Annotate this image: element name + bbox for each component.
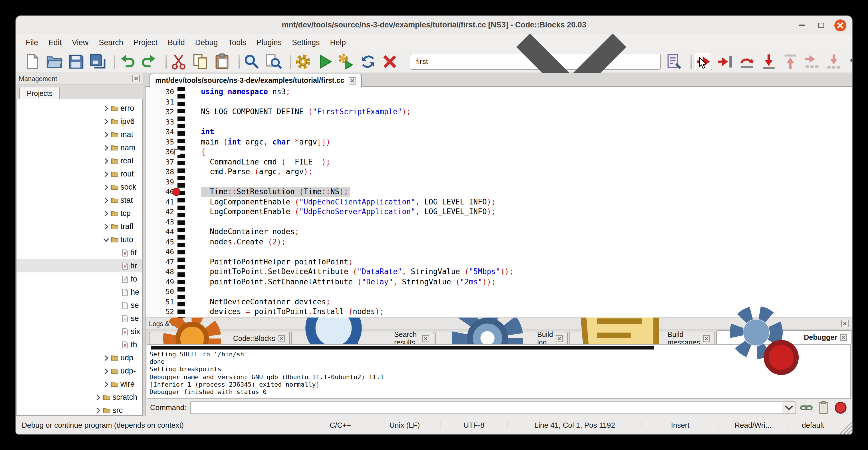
menu-build[interactable]: Build — [163, 36, 190, 48]
chevron-right-icon[interactable] — [102, 104, 110, 112]
line-number[interactable]: 39 — [146, 177, 174, 187]
line-number[interactable]: 49 — [146, 277, 174, 287]
command-dropdown-button[interactable] — [782, 402, 796, 413]
tree-item-rout[interactable]: rout — [17, 167, 142, 180]
tree-item-scratch[interactable]: scratch — [17, 391, 142, 404]
line-number[interactable]: 47 — [146, 257, 174, 267]
titlebar[interactable]: mnt/dev/tools/source/ns-3-dev/examples/t… — [16, 16, 852, 34]
menu-file[interactable]: File — [21, 36, 43, 48]
line-number[interactable]: 38 — [146, 167, 174, 177]
line-number[interactable]: 45 — [146, 237, 174, 247]
logs-tab-build-log[interactable]: Build log — [435, 332, 568, 344]
close-management-button[interactable] — [132, 75, 140, 82]
close-tab-button[interactable] — [556, 335, 563, 342]
code-line-31[interactable]: 31 — [146, 97, 852, 107]
stop-debugger-button[interactable] — [834, 400, 847, 414]
logs-tab-debugger[interactable]: Debugger — [716, 330, 852, 344]
chevron-right-icon[interactable] — [102, 170, 110, 178]
chevron-down-icon[interactable] — [102, 236, 110, 244]
code-line-50[interactable]: 50 — [146, 287, 852, 297]
code-line-49[interactable]: 49 pointToPoint.SetChannelAttribute ("De… — [146, 277, 852, 287]
code-line-32[interactable]: 32NS_LOG_COMPONENT_DEFINE ("FirstScriptE… — [146, 107, 852, 117]
chevron-right-icon[interactable] — [102, 354, 110, 362]
tree-item-src[interactable]: src — [17, 404, 142, 416]
close-tab-button[interactable] — [840, 334, 847, 341]
code-line-36[interactable]: 36−{ — [146, 147, 852, 157]
code-line-30[interactable]: 30using namespace ns3; — [146, 87, 852, 97]
copy-log-button[interactable] — [817, 400, 830, 414]
code-line-37[interactable]: 37 CommandLine cmd (__FILE__); — [146, 157, 852, 167]
code-line-47[interactable]: 47 PointToPointHelper pointToPoint; — [146, 257, 852, 267]
panel-splitter[interactable] — [143, 73, 145, 416]
code-line-38[interactable]: 38 cmd.Parse (argc, argv); — [146, 167, 852, 177]
code-line-48[interactable]: 48 pointToPoint.SetDeviceAttribute ("Dat… — [146, 267, 852, 277]
tree-item-tcp[interactable]: tcp — [17, 207, 142, 220]
line-number[interactable]: 41 — [146, 197, 174, 207]
build-target-combo[interactable]: first — [410, 53, 661, 69]
line-number[interactable]: 52 — [146, 307, 174, 317]
tree-item-nam[interactable]: nam — [17, 141, 142, 154]
open-button[interactable] — [45, 53, 63, 70]
step-out-button[interactable] — [782, 53, 799, 70]
line-number[interactable]: 40 — [146, 187, 174, 197]
chevron-right-icon[interactable] — [102, 157, 110, 165]
line-number[interactable]: 50 — [146, 287, 174, 297]
chevron-right-icon[interactable] — [102, 144, 110, 152]
close-tab-button[interactable] — [422, 335, 429, 342]
tree-item-udp[interactable]: udp- — [17, 364, 142, 378]
next-instruction-button[interactable] — [804, 53, 820, 70]
cut-button[interactable] — [170, 53, 187, 70]
line-number[interactable]: 35 — [146, 137, 174, 147]
copy-button[interactable] — [192, 53, 209, 70]
build-button[interactable] — [294, 53, 312, 70]
chevron-right-icon[interactable] — [94, 406, 102, 414]
menu-debug[interactable]: Debug — [190, 36, 223, 48]
find-in-files-button[interactable] — [265, 53, 282, 70]
logs-tab-code-blocks[interactable]: Code::Blocks — [149, 332, 290, 344]
code-line-35[interactable]: 35main (int argc, char *argv[]) — [146, 137, 852, 147]
step-into-button[interactable] — [760, 53, 777, 70]
code-line-45[interactable]: 45 nodes.Create (2); — [146, 237, 852, 247]
menu-search[interactable]: Search — [94, 36, 128, 48]
resize-grip[interactable] — [839, 421, 852, 434]
code-editor[interactable]: 30using namespace ns3;3132NS_LOG_COMPONE… — [145, 87, 852, 318]
menu-plugins[interactable]: Plugins — [251, 36, 287, 48]
minimize-button[interactable] — [796, 19, 808, 31]
save-all-button[interactable] — [89, 53, 106, 70]
code-line-33[interactable]: 33 — [146, 117, 852, 127]
toolbar-overflow-button[interactable] — [847, 53, 852, 70]
chevron-right-icon[interactable] — [102, 209, 110, 217]
step-into-instruction-button[interactable] — [825, 53, 842, 70]
menu-edit[interactable]: Edit — [43, 36, 67, 48]
line-number[interactable]: 46 — [146, 247, 174, 257]
chevron-right-icon[interactable] — [102, 183, 110, 191]
line-number[interactable]: 43 — [146, 217, 174, 227]
tree-item-stat[interactable]: stat — [17, 193, 142, 207]
abort-build-button[interactable] — [381, 53, 398, 70]
run-to-cursor-button[interactable] — [717, 53, 734, 70]
tree-item-trafl[interactable]: trafl — [17, 220, 142, 233]
code-line-41[interactable]: 41 LogComponentEnable ("UdpEchoClientApp… — [146, 197, 852, 207]
new-file-button[interactable] — [24, 53, 41, 70]
menu-view[interactable]: View — [67, 36, 94, 48]
menu-project[interactable]: Project — [128, 36, 163, 48]
tree-item-fif[interactable]: fif — [17, 246, 142, 259]
code-line-44[interactable]: 44 NodeContainer nodes; — [146, 227, 852, 237]
line-number[interactable]: 30 — [146, 87, 174, 97]
breakpoint-marker[interactable] — [172, 188, 180, 196]
tree-item-se[interactable]: se — [17, 312, 142, 325]
line-number[interactable]: 31 — [146, 97, 174, 107]
code-line-42[interactable]: 42 LogComponentEnable ("UdpEchoServerApp… — [146, 207, 852, 217]
paste-button[interactable] — [213, 53, 230, 70]
redo-button[interactable] — [141, 53, 157, 70]
logs-tab-build-messages[interactable]: Build messages — [569, 332, 715, 344]
line-number[interactable]: 48 — [146, 267, 174, 277]
line-number[interactable]: 37 — [146, 157, 174, 167]
tree-item-he[interactable]: he — [17, 286, 142, 299]
line-number[interactable]: 36 — [146, 147, 174, 157]
chevron-right-icon[interactable] — [102, 117, 110, 125]
line-number[interactable]: 34 — [146, 127, 174, 137]
build-and-run-button[interactable] — [338, 53, 355, 70]
command-input[interactable] — [190, 402, 782, 413]
close-tab-button[interactable] — [703, 335, 710, 342]
